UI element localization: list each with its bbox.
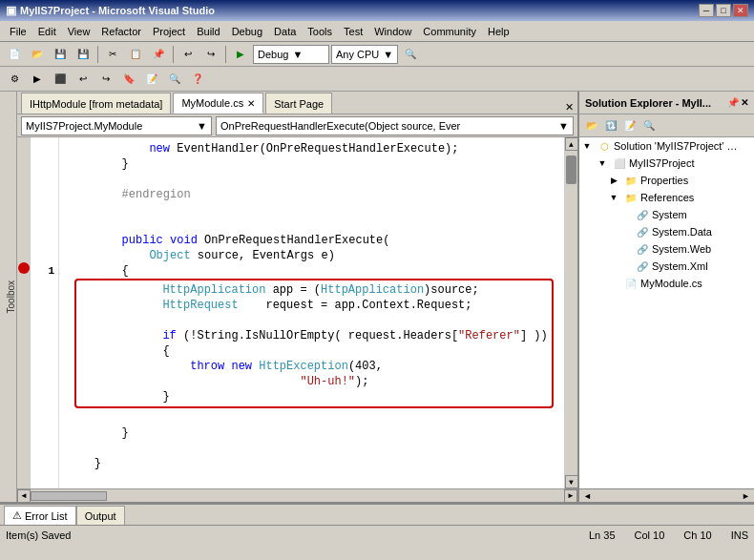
spacer bbox=[618, 207, 633, 222]
se-bottom-right-btn[interactable]: ► bbox=[742, 491, 750, 501]
menu-project[interactable]: Project bbox=[147, 24, 191, 39]
ref-icon: 🔗 bbox=[635, 207, 650, 222]
se-title: Solution Explorer - MyII... bbox=[585, 97, 711, 109]
scroll-up-button[interactable]: ▲ bbox=[565, 137, 578, 151]
menu-window[interactable]: Window bbox=[368, 24, 417, 39]
se-solution[interactable]: ▼ ⬡ Solution 'MyIIS7Project' (1 pro... bbox=[579, 137, 754, 155]
menu-test[interactable]: Test bbox=[338, 24, 368, 39]
menu-view[interactable]: View bbox=[62, 24, 96, 39]
tab-area-close-btn[interactable]: ✕ bbox=[565, 101, 574, 114]
tab-mymodule-close[interactable]: ✕ bbox=[247, 98, 255, 109]
menu-help[interactable]: Help bbox=[482, 24, 515, 39]
cut-button[interactable]: ✂ bbox=[102, 44, 123, 65]
se-btn1[interactable]: 📂 bbox=[583, 117, 600, 135]
code-line: "Uh-uh!"); bbox=[80, 374, 548, 389]
editor-container: IHttpModule [from metadata] MyModule.cs … bbox=[17, 92, 577, 502]
tab-ihttp-label: IHttpModule [from metadata] bbox=[30, 98, 162, 110]
se-btn3[interactable]: 📝 bbox=[621, 117, 639, 135]
se-toolbar: 📂 🔃 📝 🔍 bbox=[579, 114, 754, 137]
se-btn4[interactable]: 🔍 bbox=[640, 117, 658, 135]
se-bottom-left-btn[interactable]: ◄ bbox=[583, 491, 592, 501]
toolbar-main: 📄 📂 💾 💾 ✂ 📋 📌 ↩ ↪ ▶ Debug ▼ Any CPU ▼ 🔍 bbox=[0, 42, 754, 67]
debug-mode-dropdown[interactable]: Debug ▼ bbox=[253, 45, 329, 64]
maximize-button[interactable]: □ bbox=[716, 4, 731, 17]
solution-icon: ⬡ bbox=[597, 138, 612, 154]
ref-icon: 🔗 bbox=[635, 224, 650, 239]
folder-icon: 📁 bbox=[623, 190, 639, 205]
tab-startpage-label: Start Page bbox=[274, 98, 324, 110]
open-file-button[interactable]: 📂 bbox=[27, 44, 48, 65]
se-mymodule[interactable]: 📄 MyModule.cs bbox=[579, 275, 754, 292]
code-line: #endregion bbox=[67, 187, 556, 202]
tb2-btn7[interactable]: 📝 bbox=[141, 69, 162, 90]
code-line: Object source, EventArgs e) bbox=[67, 248, 556, 263]
separator3 bbox=[225, 46, 226, 63]
menu-data[interactable]: Data bbox=[268, 24, 302, 39]
redo-button[interactable]: ↪ bbox=[200, 44, 221, 65]
menu-file[interactable]: File bbox=[4, 24, 32, 39]
namespace-dropdown[interactable]: MyIIS7Project.MyModule ▼ bbox=[21, 116, 212, 135]
menu-tools[interactable]: Tools bbox=[302, 24, 338, 39]
title-bar: ▣ MyIIS7Project - Microsoft Visual Studi… bbox=[0, 0, 754, 21]
paste-button[interactable]: 📌 bbox=[148, 44, 169, 65]
close-button[interactable]: ✕ bbox=[733, 4, 748, 17]
menu-refactor[interactable]: Refactor bbox=[95, 24, 147, 39]
menu-build[interactable]: Build bbox=[191, 24, 225, 39]
menu-debug[interactable]: Debug bbox=[226, 24, 268, 39]
se-project[interactable]: ▼ ⬜ MyIIS7Project bbox=[579, 155, 754, 172]
minimize-button[interactable]: ─ bbox=[699, 4, 714, 17]
copy-button[interactable]: 📋 bbox=[125, 44, 146, 65]
h-scroll-left[interactable]: ◄ bbox=[17, 489, 31, 503]
method-dropdown[interactable]: OnPreRequestHandlerExecute(Object source… bbox=[216, 116, 574, 135]
tab-ihttp[interactable]: IHttpModule [from metadata] bbox=[21, 93, 171, 114]
tab-error-list[interactable]: ⚠ Error List bbox=[4, 506, 76, 525]
tab-output[interactable]: Output bbox=[76, 506, 125, 525]
code-content[interactable]: new EventHandler(OnPreRequestHandlerExec… bbox=[59, 137, 564, 488]
menu-community[interactable]: Community bbox=[417, 24, 482, 39]
code-line: { bbox=[67, 263, 556, 279]
code-line bbox=[67, 218, 556, 233]
tab-mymodule[interactable]: MyModule.cs ✕ bbox=[173, 93, 263, 114]
tab-startpage[interactable]: Start Page bbox=[265, 93, 332, 114]
save-button[interactable]: 💾 bbox=[50, 44, 71, 65]
se-close[interactable]: ✕ bbox=[741, 97, 748, 108]
tb2-btn2[interactable]: ▶ bbox=[27, 69, 48, 90]
tb2-btn6[interactable]: 🔖 bbox=[118, 69, 139, 90]
code-line bbox=[80, 313, 548, 328]
save-all-button[interactable]: 💾 bbox=[73, 44, 94, 65]
start-debug-button[interactable]: ▶ bbox=[230, 44, 251, 65]
se-btn2[interactable]: 🔃 bbox=[602, 117, 619, 135]
find-button[interactable]: 🔍 bbox=[400, 44, 421, 65]
se-ref-sysweb[interactable]: 🔗 System.Web bbox=[579, 240, 754, 258]
tb2-btn8[interactable]: 🔍 bbox=[164, 69, 185, 90]
scroll-down-button[interactable]: ▼ bbox=[565, 475, 578, 488]
h-scrollbar[interactable]: ◄ ► bbox=[17, 488, 577, 502]
se-pin[interactable]: 📌 bbox=[727, 97, 739, 108]
h-scroll-right[interactable]: ► bbox=[564, 489, 577, 503]
tb2-btn1[interactable]: ⚙ bbox=[4, 69, 25, 90]
se-properties[interactable]: ▶ 📁 Properties bbox=[579, 172, 754, 189]
se-references[interactable]: ▼ 📁 References bbox=[579, 189, 754, 206]
separator bbox=[97, 46, 98, 63]
debug-mode-label: Debug bbox=[258, 49, 288, 60]
undo-button[interactable]: ↩ bbox=[178, 44, 199, 65]
code-line bbox=[67, 441, 556, 456]
separator2 bbox=[173, 46, 174, 63]
code-editor[interactable]: 1 new EventHandler(OnPreReque bbox=[17, 137, 577, 488]
menu-edit[interactable]: Edit bbox=[32, 24, 62, 39]
expand-icon: ▼ bbox=[579, 138, 595, 154]
status-col: Col 10 bbox=[635, 529, 665, 541]
tb2-btn9[interactable]: ❓ bbox=[187, 69, 208, 90]
toolbox-sidebar: Toolbox bbox=[0, 92, 17, 502]
tb2-btn5[interactable]: ↪ bbox=[95, 69, 116, 90]
code-line: } bbox=[67, 156, 556, 172]
new-project-button[interactable]: 📄 bbox=[4, 44, 25, 65]
tb2-btn3[interactable]: ⬛ bbox=[50, 69, 71, 90]
tb2-btn4[interactable]: ↩ bbox=[73, 69, 94, 90]
expand-icon: ▶ bbox=[606, 173, 621, 188]
nav-bar: MyIIS7Project.MyModule ▼ OnPreRequestHan… bbox=[17, 114, 577, 137]
se-ref-system[interactable]: 🔗 System bbox=[579, 206, 754, 223]
se-ref-sysdata[interactable]: 🔗 System.Data bbox=[579, 223, 754, 240]
cpu-dropdown[interactable]: Any CPU ▼ bbox=[331, 45, 398, 64]
se-ref-sysxml[interactable]: 🔗 System.Xml bbox=[579, 258, 754, 275]
